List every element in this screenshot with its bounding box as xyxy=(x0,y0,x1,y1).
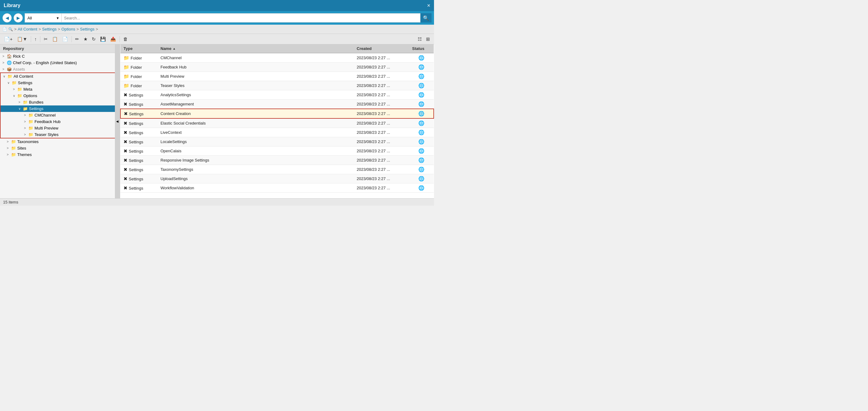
expand-bundles[interactable]: > xyxy=(19,100,23,104)
col-header-status[interactable]: Status xyxy=(409,45,434,53)
tree-label-options: Options xyxy=(23,93,37,98)
expand-options[interactable]: ∨ xyxy=(13,94,17,97)
expand-settings-2[interactable]: ∨ xyxy=(19,107,23,110)
tree-item-themes[interactable]: > 📁 Themes xyxy=(0,151,120,158)
toolbar-edit-btn[interactable]: ✏ xyxy=(73,35,81,43)
view-list-btn[interactable]: ☷ xyxy=(416,35,423,43)
expand-feedback-hub[interactable]: > xyxy=(24,120,28,123)
breadcrumb-sep-2: > xyxy=(58,27,60,31)
toolbar-sep-4 xyxy=(120,36,120,42)
table-row[interactable]: 📁Folder Feedback Hub 2023/08/23 2:27 ...… xyxy=(120,63,434,72)
toolbar-paste-btn[interactable]: 📄 xyxy=(61,35,70,43)
sidebar-collapse-btn[interactable]: ◀ xyxy=(115,45,120,198)
expand-multi-preview[interactable]: > xyxy=(24,126,28,130)
table-row[interactable]: 📁Folder Multi Preview 2023/08/23 2:27 ..… xyxy=(120,72,434,81)
cell-name: Content Creation xyxy=(157,109,353,118)
table-row[interactable]: ✖Settings LiveContext 2023/08/23 2:27 ..… xyxy=(120,128,434,137)
table-row[interactable]: ✖Settings AssetManagement 2023/08/23 2:2… xyxy=(120,99,434,109)
table-row[interactable]: ✖Settings OpenCalais 2023/08/23 2:27 ...… xyxy=(120,146,434,156)
expand-cmchannel[interactable]: > xyxy=(24,114,28,117)
table-row[interactable]: ✖Settings AnalyticsSettings 2023/08/23 2… xyxy=(120,90,434,99)
expand-meta[interactable]: > xyxy=(13,88,17,91)
name-label: AnalyticsSettings xyxy=(160,92,191,97)
table-row[interactable]: ✖Settings Elastic Social Credentials 202… xyxy=(120,118,434,128)
cell-type: 📁Folder xyxy=(120,63,157,72)
col-created-label: Created xyxy=(357,46,371,51)
tree-item-feedback-hub[interactable]: > 📁 Feedback Hub xyxy=(1,118,119,125)
toolbar-new-btn[interactable]: 📄+ xyxy=(2,35,14,43)
name-label: Content Creation xyxy=(160,111,191,116)
back-button[interactable]: ◀ xyxy=(2,13,12,23)
breadcrumb-tree-icon[interactable]: 📄 xyxy=(2,27,7,31)
breadcrumb-options[interactable]: Options xyxy=(61,27,75,31)
breadcrumb-search-icon[interactable]: 🔍 xyxy=(8,27,13,31)
name-label: WorkflowValidation xyxy=(160,186,194,190)
tree-item-multi-preview[interactable]: > 📁 Multi Preview xyxy=(1,125,119,131)
toolbar-copy-btn[interactable]: 📋 xyxy=(51,35,59,43)
table-row[interactable]: 📁Folder Teaser Styles 2023/08/23 2:27 ..… xyxy=(120,81,434,90)
status-globe-icon: 🌐 xyxy=(418,185,425,190)
toolbar-save-btn[interactable]: 💾 xyxy=(99,35,107,43)
tree-item-all-content[interactable]: ∨ 📁 All Content xyxy=(1,73,119,80)
table-row[interactable]: ✖Settings Content Creation 2023/08/23 2:… xyxy=(120,109,434,118)
table-row[interactable]: ✖Settings LocaleSettings 2023/08/23 2:27… xyxy=(120,137,434,146)
expand-assets[interactable]: > xyxy=(2,67,7,71)
tree-item-meta[interactable]: > 📁 Meta xyxy=(1,86,119,92)
status-globe-icon: 🌐 xyxy=(418,157,425,163)
view-grid-btn[interactable]: ⊞ xyxy=(425,35,432,43)
toolbar-delete-btn[interactable]: 🗑 xyxy=(122,35,129,42)
tree-label-themes: Themes xyxy=(17,152,32,157)
tree-item-taxonomies[interactable]: > 📁 Taxonomies xyxy=(0,139,120,145)
folder-icon: 📁 xyxy=(124,83,129,88)
created-label: 2023/08/23 2:27 ... xyxy=(357,56,390,60)
tree-item-rick-c[interactable]: > 🏠 Rick C xyxy=(0,53,120,59)
tree-item-teaser-styles[interactable]: > 📁 Teaser Styles xyxy=(1,131,119,138)
breadcrumb-settings-1[interactable]: Settings xyxy=(42,27,57,31)
expand-themes[interactable]: > xyxy=(7,153,11,156)
status-globe-icon: 🌐 xyxy=(418,55,425,60)
breadcrumb-all-content[interactable]: All Content xyxy=(18,27,38,31)
table-row[interactable]: ✖Settings TaxonomySettings 2023/08/23 2:… xyxy=(120,165,434,174)
tree-item-bundles[interactable]: > 📁 Bundles xyxy=(1,99,119,106)
search-input[interactable] xyxy=(62,13,421,23)
col-header-type[interactable]: Type xyxy=(120,45,157,53)
table-row[interactable]: ✖Settings WorkflowValidation 2023/08/23 … xyxy=(120,183,434,193)
expand-all-content[interactable]: ∨ xyxy=(3,75,7,78)
tree-item-chef-corp[interactable]: > 🌐 Chef Corp. - English (United States) xyxy=(0,59,120,66)
expand-teaser-styles[interactable]: > xyxy=(24,133,28,136)
toolbar-refresh-btn[interactable]: ↻ xyxy=(90,35,97,43)
folder-icon: 📁 xyxy=(124,74,129,79)
tree-item-cmchannel[interactable]: > 📁 CMChannel xyxy=(1,112,119,118)
table-row[interactable]: ✖Settings Responsive Image Settings 2023… xyxy=(120,156,434,165)
tree-item-assets[interactable]: > 📦 Assets xyxy=(0,66,120,72)
toolbar-copy-menu-btn[interactable]: 📋▼ xyxy=(16,35,29,43)
toolbar-publish-btn[interactable]: 📤 xyxy=(109,35,118,43)
table-row[interactable]: 📁Folder CMChannel 2023/08/23 2:27 ... 🌐 xyxy=(120,53,434,63)
col-header-name[interactable]: Name ▲ xyxy=(157,45,353,53)
expand-rick-c[interactable]: > xyxy=(2,55,7,58)
forward-button[interactable]: ▶ xyxy=(13,13,23,23)
type-label: Folder xyxy=(131,84,142,88)
tree-item-settings-2[interactable]: ∨ 📁 Settings xyxy=(1,106,119,112)
expand-taxonomies[interactable]: > xyxy=(7,140,11,143)
toolbar-cut-btn[interactable]: ✂ xyxy=(42,35,49,43)
tree-item-sites[interactable]: > 📁 Sites xyxy=(0,145,120,151)
folder-icon-taxonomies: 📁 xyxy=(11,139,16,144)
expand-chef-corp[interactable]: > xyxy=(2,61,7,64)
tree-item-settings-1[interactable]: ∨ 📁 Settings xyxy=(1,80,119,86)
tree-item-options[interactable]: ∨ 📁 Options xyxy=(1,92,119,99)
search-type-select[interactable]: All ▾ xyxy=(25,13,62,23)
breadcrumb-settings-2[interactable]: Settings xyxy=(80,27,95,31)
expand-sites[interactable]: > xyxy=(7,146,11,150)
expand-settings-1[interactable]: ∨ xyxy=(7,81,12,85)
toolbar-star-btn[interactable]: ★ xyxy=(82,35,89,43)
search-button[interactable]: 🔍 xyxy=(421,13,432,23)
cell-type: ✖Settings xyxy=(120,118,157,128)
created-label: 2023/08/23 2:27 ... xyxy=(357,149,390,153)
cell-name: Teaser Styles xyxy=(157,81,353,90)
toolbar-move-up-btn[interactable]: ↑ xyxy=(33,35,38,42)
cell-type: 📁Folder xyxy=(120,53,157,63)
close-button[interactable]: × xyxy=(427,2,430,9)
table-row[interactable]: ✖Settings UploadSettings 2023/08/23 2:27… xyxy=(120,174,434,183)
col-header-created[interactable]: Created xyxy=(353,45,409,53)
